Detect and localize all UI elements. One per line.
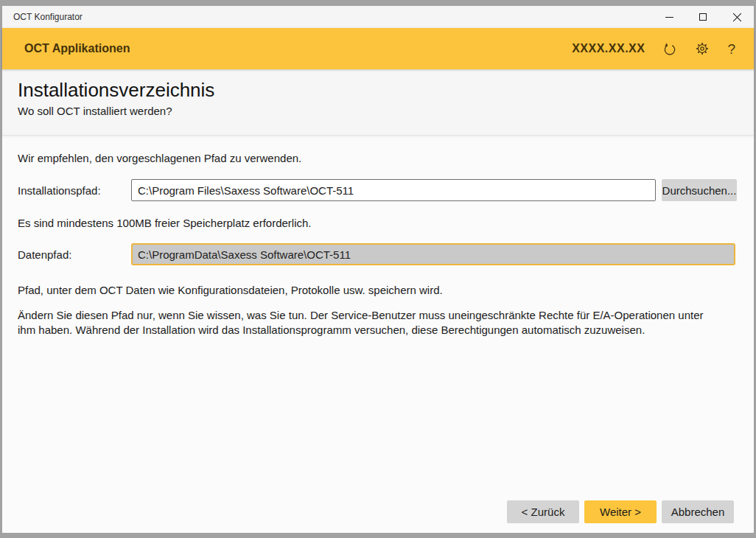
recommendation-text: Wir empfehlen, den vorgeschlagenen Pfad … [18,151,738,166]
window-title: OCT Konfigurator [2,12,652,22]
close-icon [732,13,741,21]
install-path-input[interactable] [131,179,656,201]
app-header: OCT Applikationen XXXX.XX.XX [2,28,754,69]
settings-gear-icon[interactable] [695,41,710,56]
titlebar: OCT Konfigurator [2,6,754,28]
window-controls [652,6,754,28]
next-button[interactable]: Weiter > [584,500,657,523]
data-path-input[interactable] [131,243,735,265]
app-title: OCT Applikationen [24,42,130,55]
page-title: Installationsverzeichnis [18,79,738,102]
permissions-warning-text: Ändern Sie diesen Pfad nur, wenn Sie wis… [18,308,714,338]
page-header: Installationsverzeichnis Wo soll OCT ins… [2,69,754,136]
refresh-icon[interactable] [662,41,677,57]
maximize-icon [699,13,707,21]
minimize-button[interactable] [652,6,686,28]
main-content: Wir empfehlen, den vorgeschlagenen Pfad … [2,136,754,533]
disk-space-note: Es sind mindestens 100MB freier Speicher… [18,216,738,231]
data-path-row: Datenpfad: [18,243,738,265]
application-window: OCT Konfigurator OCT Applikationen XXXX.… [0,0,756,538]
cancel-button[interactable]: Abbrechen [662,500,734,523]
data-path-note: Pfad, unter dem OCT Daten wie Konfigurat… [18,283,738,298]
data-path-label: Datenpfad: [18,248,131,261]
close-button[interactable] [720,6,754,28]
wizard-footer: < Zurück Weiter > Abbrechen [18,500,738,528]
app-header-actions: XXXX.XX.XX [572,41,735,57]
version-text: XXXX.XX.XX [572,42,645,55]
maximize-button[interactable] [686,6,720,28]
back-button[interactable]: < Zurück [507,500,579,523]
help-icon[interactable]: ? [727,42,735,56]
browse-button[interactable]: Durchsuchen... [662,179,737,201]
minimize-icon [665,17,673,18]
install-path-row: Installationspfad: Durchsuchen... [18,179,738,201]
install-path-label: Installationspfad: [18,184,131,197]
page-subtitle: Wo soll OCT installiert werden? [18,105,738,117]
